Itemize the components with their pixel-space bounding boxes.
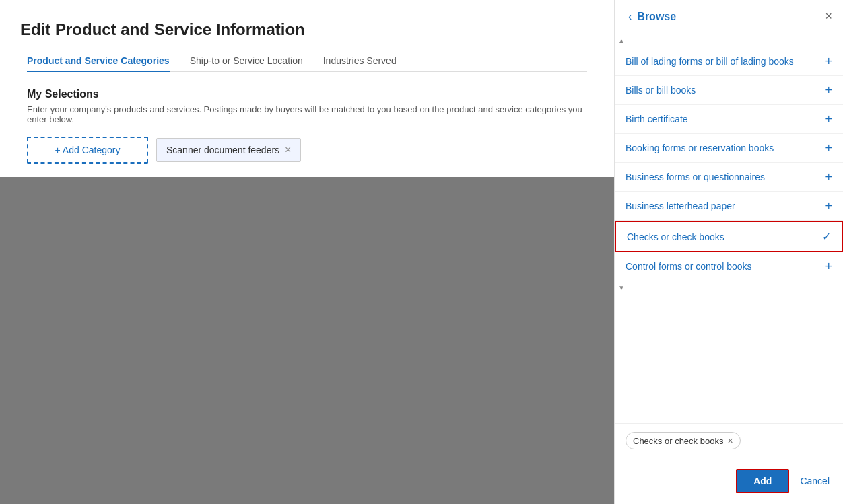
selected-tag-scanner: Scanner document feeders × (156, 138, 301, 162)
add-category-button[interactable]: + Add Category (27, 137, 148, 164)
add-business-forms-icon[interactable]: + (825, 171, 832, 183)
list-item-bills-books[interactable]: Bills or bill books + (615, 76, 843, 105)
tab-bar: Product and Service Categories Ship-to o… (27, 50, 587, 72)
back-arrow-icon[interactable]: ‹ (628, 11, 632, 23)
list-item-checks-books[interactable]: Checks or check books ✓ (615, 221, 843, 252)
list-item-bill-lading[interactable]: Bill of lading forms or bill of lading b… (615, 47, 843, 76)
scroll-up-arrow[interactable]: ▲ (615, 34, 628, 47)
category-list: ▲ Bill of lading forms or bill of lading… (615, 34, 843, 424)
add-birth-cert-icon[interactable]: + (825, 113, 832, 125)
add-booking-forms-icon[interactable]: + (825, 142, 832, 154)
panel-header: ‹ Browse × (615, 0, 843, 34)
add-button[interactable]: Add (736, 469, 789, 493)
add-bill-lading-icon[interactable]: + (825, 55, 832, 67)
cancel-button[interactable]: Cancel (800, 476, 830, 487)
add-bills-books-icon[interactable]: + (825, 84, 832, 96)
check-checks-books-icon: ✓ (822, 230, 831, 243)
panel-footer: Add Cancel (615, 458, 843, 504)
my-selections-title: My Selections (27, 88, 587, 100)
tab-product-service[interactable]: Product and Service Categories (27, 50, 170, 71)
selections-row: + Add Category Scanner document feeders … (27, 137, 587, 164)
list-item-control-forms[interactable]: Control forms or control books + (615, 252, 843, 281)
selected-tags-area: Checks or check books × (615, 424, 843, 458)
tag-pill-checks: Checks or check books × (626, 432, 741, 449)
close-button[interactable]: × (825, 9, 832, 24)
list-item-business-letterhead[interactable]: Business letterhead paper + (615, 192, 843, 221)
page-title: Edit Product and Service Information (0, 0, 614, 39)
browse-panel: ‹ Browse × ▲ Bill of lading forms or bil… (614, 0, 843, 504)
tab-ship-to[interactable]: Ship-to or Service Location (190, 50, 303, 71)
remove-scanner-icon[interactable]: × (285, 144, 291, 156)
my-selections-desc: Enter your company's products and servic… (27, 104, 587, 124)
browse-title: Browse (637, 11, 676, 23)
list-item-birth-cert[interactable]: Birth certificate + (615, 105, 843, 134)
list-item-booking-forms[interactable]: Booking forms or reservation books + (615, 134, 843, 163)
white-area: Edit Product and Service Information Pro… (0, 0, 614, 177)
add-control-forms-icon[interactable]: + (825, 260, 832, 273)
add-business-letterhead-icon[interactable]: + (825, 200, 832, 212)
remove-checks-tag-icon[interactable]: × (727, 435, 733, 446)
list-item-business-forms[interactable]: Business forms or questionnaires + (615, 163, 843, 192)
tab-industries[interactable]: Industries Served (323, 50, 397, 71)
main-content: Edit Product and Service Information Pro… (0, 0, 614, 504)
scroll-down-arrow[interactable]: ▼ (615, 281, 628, 294)
